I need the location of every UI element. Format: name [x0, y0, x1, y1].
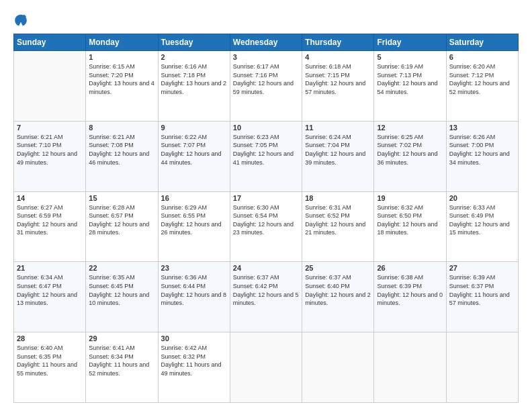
calendar-cell: 22 Sunrise: 6:35 AM Sunset: 6:45 PM Dayl… — [86, 262, 158, 332]
day-info: Sunrise: 6:33 AM Sunset: 6:49 PM Dayligh… — [449, 203, 515, 237]
header-monday: Monday — [86, 34, 158, 51]
calendar-cell: 5 Sunrise: 6:19 AM Sunset: 7:13 PM Dayli… — [374, 51, 446, 122]
day-info: Sunrise: 6:27 AM Sunset: 6:59 PM Dayligh… — [17, 203, 83, 237]
day-info: Sunrise: 6:25 AM Sunset: 7:02 PM Dayligh… — [377, 133, 443, 167]
day-number: 6 — [449, 53, 515, 61]
day-info: Sunrise: 6:21 AM Sunset: 7:10 PM Dayligh… — [17, 133, 83, 167]
day-info: Sunrise: 6:18 AM Sunset: 7:15 PM Dayligh… — [305, 62, 371, 96]
calendar-cell: 29 Sunrise: 6:41 AM Sunset: 6:34 PM Dayl… — [86, 332, 158, 403]
day-number: 10 — [233, 124, 299, 132]
day-info: Sunrise: 6:41 AM Sunset: 6:34 PM Dayligh… — [89, 344, 154, 377]
calendar-cell: 6 Sunrise: 6:20 AM Sunset: 7:12 PM Dayli… — [446, 51, 518, 122]
calendar-cell: 30 Sunrise: 6:42 AM Sunset: 6:32 PM Dayl… — [158, 332, 230, 403]
day-number: 25 — [305, 264, 371, 272]
day-info: Sunrise: 6:32 AM Sunset: 6:50 PM Dayligh… — [377, 203, 443, 237]
calendar-cell: 26 Sunrise: 6:38 AM Sunset: 6:39 PM Dayl… — [374, 262, 446, 332]
day-number: 11 — [305, 124, 371, 132]
calendar-week-4: 21 Sunrise: 6:34 AM Sunset: 6:47 PM Dayl… — [14, 262, 519, 332]
day-number: 28 — [17, 334, 83, 342]
day-number: 3 — [233, 53, 299, 61]
calendar-cell: 13 Sunrise: 6:26 AM Sunset: 7:00 PM Dayl… — [446, 121, 518, 191]
calendar-cell: 15 Sunrise: 6:28 AM Sunset: 6:57 PM Dayl… — [86, 191, 158, 262]
calendar-cell: 10 Sunrise: 6:23 AM Sunset: 7:05 PM Dayl… — [230, 121, 302, 191]
header-sunday: Sunday — [14, 34, 86, 51]
calendar-cell: 4 Sunrise: 6:18 AM Sunset: 7:15 PM Dayli… — [302, 51, 374, 122]
day-number: 8 — [89, 124, 154, 132]
day-info: Sunrise: 6:17 AM Sunset: 7:16 PM Dayligh… — [233, 62, 299, 96]
day-number: 21 — [17, 264, 83, 272]
day-info: Sunrise: 6:16 AM Sunset: 7:18 PM Dayligh… — [161, 62, 227, 96]
day-info: Sunrise: 6:34 AM Sunset: 6:47 PM Dayligh… — [17, 273, 83, 307]
day-info: Sunrise: 6:20 AM Sunset: 7:12 PM Dayligh… — [449, 62, 515, 96]
calendar-cell: 21 Sunrise: 6:34 AM Sunset: 6:47 PM Dayl… — [14, 262, 86, 332]
calendar-table: Sunday Monday Tuesday Wednesday Thursday… — [13, 34, 519, 403]
day-number: 14 — [17, 194, 83, 202]
calendar-cell: 17 Sunrise: 6:30 AM Sunset: 6:54 PM Dayl… — [230, 191, 302, 262]
day-info: Sunrise: 6:26 AM Sunset: 7:00 PM Dayligh… — [449, 133, 515, 167]
calendar-cell: 25 Sunrise: 6:37 AM Sunset: 6:40 PM Dayl… — [302, 262, 374, 332]
header — [13, 12, 519, 27]
logo-icon — [13, 12, 28, 27]
day-number: 13 — [449, 124, 515, 132]
day-info: Sunrise: 6:31 AM Sunset: 6:52 PM Dayligh… — [305, 203, 371, 237]
calendar-cell: 19 Sunrise: 6:32 AM Sunset: 6:50 PM Dayl… — [374, 191, 446, 262]
calendar-cell — [14, 51, 86, 122]
calendar-cell: 3 Sunrise: 6:17 AM Sunset: 7:16 PM Dayli… — [230, 51, 302, 122]
calendar-cell: 28 Sunrise: 6:40 AM Sunset: 6:35 PM Dayl… — [14, 332, 86, 403]
calendar-cell: 9 Sunrise: 6:22 AM Sunset: 7:07 PM Dayli… — [158, 121, 230, 191]
calendar-cell: 14 Sunrise: 6:27 AM Sunset: 6:59 PM Dayl… — [14, 191, 86, 262]
day-info: Sunrise: 6:37 AM Sunset: 6:42 PM Dayligh… — [233, 273, 299, 307]
day-info: Sunrise: 6:42 AM Sunset: 6:32 PM Dayligh… — [161, 344, 227, 377]
day-number: 19 — [377, 194, 443, 202]
day-info: Sunrise: 6:29 AM Sunset: 6:55 PM Dayligh… — [161, 203, 227, 237]
calendar-cell: 24 Sunrise: 6:37 AM Sunset: 6:42 PM Dayl… — [230, 262, 302, 332]
day-number: 29 — [89, 334, 154, 342]
day-number: 7 — [17, 124, 83, 132]
day-number: 20 — [449, 194, 515, 202]
day-info: Sunrise: 6:15 AM Sunset: 7:20 PM Dayligh… — [89, 62, 154, 96]
day-info: Sunrise: 6:30 AM Sunset: 6:54 PM Dayligh… — [233, 203, 299, 237]
day-info: Sunrise: 6:39 AM Sunset: 6:37 PM Dayligh… — [449, 273, 515, 307]
day-number: 4 — [305, 53, 371, 61]
day-number: 1 — [89, 53, 154, 61]
calendar-cell: 12 Sunrise: 6:25 AM Sunset: 7:02 PM Dayl… — [374, 121, 446, 191]
calendar-cell: 20 Sunrise: 6:33 AM Sunset: 6:49 PM Dayl… — [446, 191, 518, 262]
calendar-cell: 11 Sunrise: 6:24 AM Sunset: 7:04 PM Dayl… — [302, 121, 374, 191]
day-info: Sunrise: 6:24 AM Sunset: 7:04 PM Dayligh… — [305, 133, 371, 167]
calendar-week-5: 28 Sunrise: 6:40 AM Sunset: 6:35 PM Dayl… — [14, 332, 519, 403]
day-number: 5 — [377, 53, 443, 61]
day-info: Sunrise: 6:37 AM Sunset: 6:40 PM Dayligh… — [305, 273, 371, 307]
day-number: 18 — [305, 194, 371, 202]
day-info: Sunrise: 6:36 AM Sunset: 6:44 PM Dayligh… — [161, 273, 227, 307]
day-number: 27 — [449, 264, 515, 272]
calendar-cell — [302, 332, 374, 403]
day-number: 22 — [89, 264, 154, 272]
calendar-cell — [230, 332, 302, 403]
header-saturday: Saturday — [446, 34, 518, 51]
day-number: 12 — [377, 124, 443, 132]
day-number: 15 — [89, 194, 154, 202]
calendar-cell: 18 Sunrise: 6:31 AM Sunset: 6:52 PM Dayl… — [302, 191, 374, 262]
day-number: 9 — [161, 124, 227, 132]
calendar-cell — [446, 332, 518, 403]
weekday-header-row: Sunday Monday Tuesday Wednesday Thursday… — [14, 34, 519, 51]
day-info: Sunrise: 6:35 AM Sunset: 6:45 PM Dayligh… — [89, 273, 154, 307]
calendar-week-1: 1 Sunrise: 6:15 AM Sunset: 7:20 PM Dayli… — [14, 51, 519, 122]
day-number: 2 — [161, 53, 227, 61]
calendar-cell: 8 Sunrise: 6:21 AM Sunset: 7:08 PM Dayli… — [86, 121, 158, 191]
calendar-week-2: 7 Sunrise: 6:21 AM Sunset: 7:10 PM Dayli… — [14, 121, 519, 191]
calendar-week-3: 14 Sunrise: 6:27 AM Sunset: 6:59 PM Dayl… — [14, 191, 519, 262]
day-number: 23 — [161, 264, 227, 272]
day-info: Sunrise: 6:28 AM Sunset: 6:57 PM Dayligh… — [89, 203, 154, 237]
day-info: Sunrise: 6:38 AM Sunset: 6:39 PM Dayligh… — [377, 273, 443, 307]
calendar-cell: 1 Sunrise: 6:15 AM Sunset: 7:20 PM Dayli… — [86, 51, 158, 122]
header-thursday: Thursday — [302, 34, 374, 51]
day-info: Sunrise: 6:19 AM Sunset: 7:13 PM Dayligh… — [377, 62, 443, 96]
day-info: Sunrise: 6:21 AM Sunset: 7:08 PM Dayligh… — [89, 133, 154, 167]
calendar-cell: 7 Sunrise: 6:21 AM Sunset: 7:10 PM Dayli… — [14, 121, 86, 191]
calendar-cell: 27 Sunrise: 6:39 AM Sunset: 6:37 PM Dayl… — [446, 262, 518, 332]
header-tuesday: Tuesday — [158, 34, 230, 51]
day-info: Sunrise: 6:23 AM Sunset: 7:05 PM Dayligh… — [233, 133, 299, 167]
day-number: 16 — [161, 194, 227, 202]
day-number: 26 — [377, 264, 443, 272]
